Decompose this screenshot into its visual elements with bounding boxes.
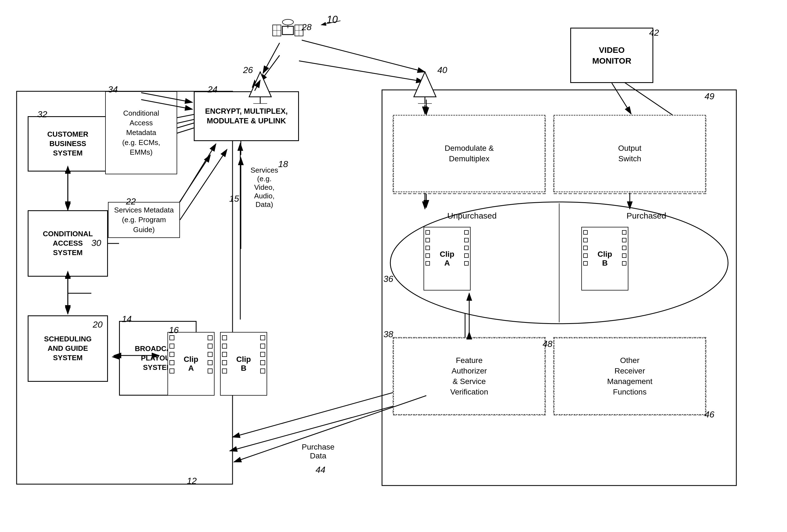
ref30-label: 30	[91, 238, 101, 248]
ref20-label: 20	[93, 319, 103, 330]
broadcast-clip-b: ClipB	[220, 332, 267, 396]
customer-business-box: CUSTOMERBUSINESSSYSTEM	[28, 116, 108, 172]
svg-line-62	[180, 144, 216, 202]
antenna-40	[412, 70, 438, 105]
ref22-label: 22	[126, 196, 136, 207]
ref24-label: 24	[208, 84, 218, 95]
svg-marker-48	[414, 72, 436, 97]
ref46-label: 46	[704, 409, 715, 420]
antenna-26	[248, 70, 273, 105]
ref38-label: 38	[383, 329, 394, 339]
receiver-clip-b: ClipB	[581, 227, 629, 290]
ref14-label: 14	[122, 314, 132, 324]
ref36-label: 36	[383, 274, 394, 284]
video-monitor-box: VIDEOMONITOR	[570, 28, 653, 83]
ref49-label: 49	[704, 91, 715, 102]
ref34-label: 34	[108, 84, 118, 95]
services-metadata-box: Services Metadata(e.g. Program Guide)	[108, 202, 180, 238]
svg-line-65	[263, 43, 280, 73]
ref40-label: 40	[438, 65, 447, 75]
ref15-label: 15	[229, 194, 239, 204]
services-label: Services(e.g.Video,Audio,Data)	[251, 166, 278, 209]
ref32-label: 32	[37, 109, 47, 119]
broadcast-clip-a: ClipA	[168, 332, 215, 396]
output-switch-box: OutputSwitch	[554, 115, 706, 192]
feature-authorizer-box: FeatureAuthorizer& ServiceVerification	[393, 337, 545, 415]
ref44-label: 44	[316, 465, 325, 475]
svg-line-12	[299, 61, 424, 82]
ref16-label: 16	[169, 325, 179, 335]
satellite-icon	[271, 17, 304, 44]
diagram: 12 CUSTOMERBUSINESSSYSTEM 32 CONDITIONAL…	[0, 0, 787, 532]
svg-line-70	[612, 83, 631, 114]
other-receiver-box: OtherReceiverManagementFunctions	[554, 337, 706, 415]
svg-line-44	[321, 21, 340, 25]
svg-marker-45	[249, 72, 271, 97]
encrypt-multiplex-box: ENCRYPT, MULTIPLEX,MODULATE & UPLINK	[194, 91, 299, 141]
ref10-arrow	[318, 15, 346, 26]
receiver-clip-a: ClipA	[424, 227, 471, 290]
demodulate-demultiplex-box: Demodulate &Demultiplex	[393, 115, 545, 192]
svg-point-38	[282, 19, 293, 25]
svg-line-30	[180, 149, 227, 220]
ref26-label: 26	[243, 65, 253, 75]
ref48-label: 48	[543, 339, 553, 349]
purchase-data-label: PurchaseData	[302, 443, 334, 460]
svg-text:Unpurchased: Unpurchased	[447, 211, 496, 220]
ref42-label: 42	[649, 28, 659, 38]
svg-text:Purchased: Purchased	[626, 211, 666, 220]
ref28-label: 28	[302, 22, 312, 32]
ref18-label: 18	[278, 159, 288, 169]
conditional-access-metadata-box: ConditionalAccessMetadata(e.g. ECMs,EMMs…	[105, 91, 177, 174]
ref12-label: 12	[187, 476, 197, 486]
svg-line-66	[302, 40, 425, 72]
